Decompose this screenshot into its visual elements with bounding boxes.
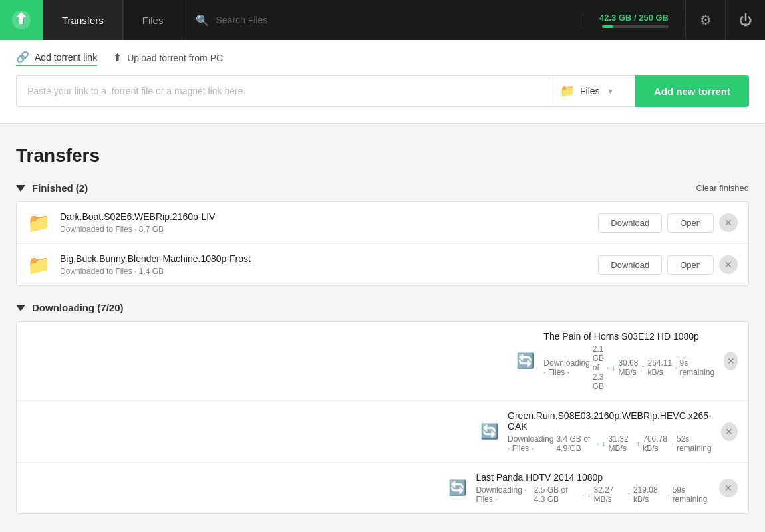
table-row: 📁 Big.Buck.Bunny.Blender-Machine.1080p-F… (17, 244, 748, 285)
chevron-down-icon: ▾ (608, 86, 613, 96)
search-icon: 🔍 (196, 14, 209, 27)
torrent-name: Green.Ruin.S08E03.2160p.WEBRip.HEVC.x265… (508, 410, 712, 432)
tab-files[interactable]: Files (123, 0, 183, 40)
search-input[interactable] (216, 15, 569, 25)
downloading-section: Downloading (7/20) 🔄 The Pain of Horns S… (16, 302, 749, 514)
storage-bar (602, 25, 669, 28)
upload-icon: ⬆ (113, 51, 122, 64)
finished-collapse-toggle[interactable] (16, 185, 25, 192)
download-speed-icon: ↓ (611, 363, 615, 372)
add-torrent-panel: 🔗 Add torrent link ⬆ Upload torrent from… (0, 40, 765, 124)
remove-button[interactable]: ✕ (719, 255, 738, 274)
table-row: 🔄 The Pain of Horns S03E12 HD 1080p Down… (17, 322, 748, 401)
upload-speed-icon: ↑ (636, 439, 640, 448)
logo (0, 0, 43, 40)
folder-icon: 📁 (27, 254, 51, 276)
upload-speed-icon: ↑ (627, 490, 631, 499)
remove-button[interactable]: ✕ (721, 422, 738, 441)
sync-icon: 🔄 (516, 352, 534, 370)
topnav: Transfers Files 🔍 42.3 GB / 250 GB ⚙ ⏻ (0, 0, 765, 40)
torrent-name: Last Panda HDTV 2014 1080p (476, 472, 710, 483)
open-button[interactable]: Open (667, 255, 714, 275)
storage-indicator: 42.3 GB / 250 GB (583, 13, 685, 28)
link-icon: 🔗 (16, 51, 29, 63)
table-row: 🔄 Green.Ruin.S08E03.2160p.WEBRip.HEVC.x2… (17, 401, 748, 463)
downloading-section-header: Downloading (7/20) (16, 302, 749, 313)
open-button[interactable]: Open (667, 213, 714, 233)
remove-button[interactable]: ✕ (724, 352, 738, 370)
downloading-list: 🔄 The Pain of Horns S03E12 HD 1080p Down… (16, 321, 749, 514)
folder-icon: 📁 (27, 212, 51, 234)
upload-speed-icon: ↑ (641, 363, 645, 372)
torrent-meta: Downloaded to Files · 1.4 GB (60, 267, 589, 276)
page-title: Transfers (16, 145, 749, 166)
table-row: 🔄 Last Panda HDTV 2014 1080p Downloading… (17, 463, 748, 513)
add-panel-input-row: 📁 Files ▾ Add new torrent (16, 75, 749, 107)
downloading-section-title: Downloading (7/20) (32, 302, 124, 313)
folder-icon: 📁 (560, 84, 575, 98)
settings-button[interactable]: ⚙ (685, 0, 725, 40)
download-speed-icon: ↓ (602, 439, 606, 448)
remove-button[interactable]: ✕ (719, 479, 738, 497)
tab-upload-pc[interactable]: ⬆ Upload torrent from PC (113, 51, 223, 66)
torrent-name: Dark.Boat.S02E6.WEBRip.2160p-LIV (60, 211, 589, 222)
storage-fill (602, 25, 613, 28)
power-button[interactable]: ⏻ (725, 0, 765, 40)
finished-section-title: Finished (2) (32, 182, 88, 194)
torrent-name: The Pain of Horns S03E12 HD 1080p (543, 331, 714, 342)
torrent-link-input[interactable] (16, 75, 549, 107)
clear-finished-button[interactable]: Clear finished (696, 183, 750, 193)
gear-icon: ⚙ (700, 12, 712, 28)
torrent-meta: Downloaded to Files · 8.7 GB (60, 225, 589, 234)
downloading-collapse-toggle[interactable] (16, 305, 25, 311)
torrent-name: Big.Buck.Bunny.Blender-Machine.1080p-Fro… (60, 253, 589, 264)
finished-list: 📁 Dark.Boat.S02E6.WEBRip.2160p-LIV Downl… (16, 201, 749, 286)
main-content: Transfers Finished (2) Clear finished 📁 … (0, 124, 765, 532)
download-speed-icon: ↓ (587, 490, 591, 499)
torrent-meta: Downloading · Files · 2.1 GB of 2.3 GB ·… (543, 344, 714, 391)
sync-icon: 🔄 (448, 479, 466, 497)
add-panel-tabs: 🔗 Add torrent link ⬆ Upload torrent from… (16, 51, 749, 66)
sync-icon: 🔄 (480, 423, 498, 440)
torrent-meta: Downloading · Files · 3.4 GB of 4.9 GB ·… (508, 434, 712, 453)
add-torrent-button[interactable]: Add new torrent (635, 75, 749, 107)
folder-select[interactable]: 📁 Files ▾ (549, 75, 635, 107)
remove-button[interactable]: ✕ (719, 213, 738, 232)
table-row: 📁 Dark.Boat.S02E6.WEBRip.2160p-LIV Downl… (17, 202, 748, 244)
finished-section: Finished (2) Clear finished 📁 Dark.Boat.… (16, 182, 749, 286)
finished-section-header: Finished (2) Clear finished (16, 182, 749, 194)
tab-transfers[interactable]: Transfers (43, 0, 123, 40)
tab-add-link[interactable]: 🔗 Add torrent link (16, 51, 97, 66)
search-bar[interactable]: 🔍 (182, 14, 582, 27)
download-button[interactable]: Download (598, 255, 662, 275)
download-button[interactable]: Download (598, 213, 662, 233)
power-icon: ⏻ (739, 13, 752, 28)
torrent-meta: Downloading · Files · 2.5 GB of 4.3 GB ·… (476, 485, 710, 504)
